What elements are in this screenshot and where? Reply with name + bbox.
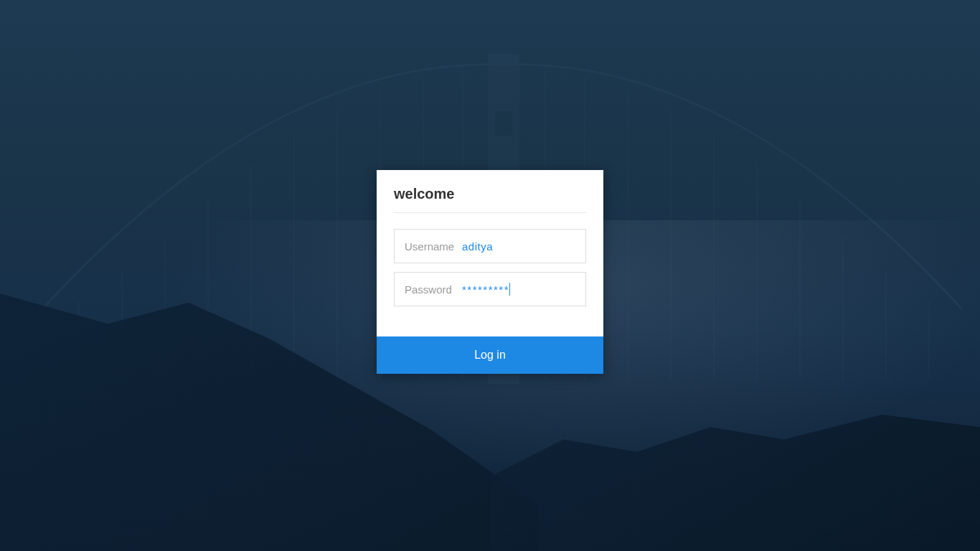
card-title: welcome — [394, 186, 586, 202]
svg-rect-2 — [495, 111, 512, 136]
username-input[interactable] — [462, 240, 598, 253]
password-group[interactable]: Password ********* — [394, 272, 586, 306]
svg-rect-1 — [488, 54, 519, 64]
password-label: Password — [405, 283, 455, 296]
password-input[interactable]: ********* — [462, 283, 575, 296]
login-card: welcome Username Password ********* Log … — [377, 170, 603, 374]
login-button[interactable]: Log in — [377, 336, 603, 374]
card-body: welcome Username Password ********* — [377, 170, 603, 336]
text-cursor — [509, 283, 510, 296]
username-group[interactable]: Username — [394, 229, 586, 263]
divider — [394, 212, 586, 213]
username-label: Username — [405, 240, 455, 253]
password-value: ********* — [462, 283, 509, 296]
